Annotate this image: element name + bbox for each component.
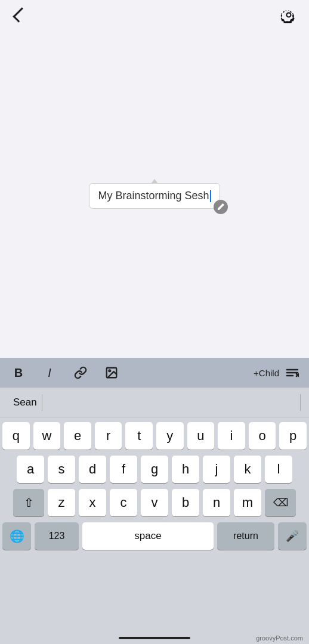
collapse-button[interactable] bbox=[284, 364, 301, 381]
key-l[interactable]: l bbox=[265, 456, 292, 483]
key-a[interactable]: a bbox=[17, 456, 44, 483]
canvas-area: My Brainstorming Sesh bbox=[0, 30, 309, 358]
key-d[interactable]: d bbox=[79, 456, 106, 483]
key-f[interactable]: f bbox=[110, 456, 137, 483]
delete-key[interactable]: ⌫ bbox=[265, 489, 296, 516]
node-text: My Brainstorming Sesh bbox=[98, 190, 209, 202]
italic-button[interactable]: I bbox=[39, 363, 60, 383]
key-y[interactable]: y bbox=[156, 422, 184, 450]
space-key[interactable]: space bbox=[82, 522, 214, 550]
prediction-divider-1 bbox=[42, 394, 42, 411]
watermark: groovyPost.com bbox=[256, 634, 303, 642]
key-o[interactable]: o bbox=[249, 422, 276, 450]
globe-key[interactable]: 🌐 bbox=[2, 522, 31, 550]
keys-area: q w e r t y u i o p a s d f g h j k l ⇧ … bbox=[0, 417, 309, 552]
settings-button[interactable] bbox=[278, 4, 299, 26]
key-n[interactable]: n bbox=[203, 489, 230, 516]
add-child-button[interactable]: +Child bbox=[254, 368, 279, 378]
key-row-1: q w e r t y u i o p bbox=[2, 422, 307, 450]
image-button[interactable] bbox=[101, 363, 122, 383]
bold-button[interactable]: B bbox=[8, 363, 29, 383]
toolbar-right: +Child bbox=[254, 364, 301, 381]
prediction-area: Sean bbox=[8, 388, 301, 417]
key-row-3: ⇧ z x c v b n m ⌫ bbox=[2, 489, 307, 516]
key-t[interactable]: t bbox=[125, 422, 153, 450]
return-key[interactable]: return bbox=[217, 522, 274, 550]
shift-key[interactable]: ⇧ bbox=[13, 489, 44, 516]
text-cursor bbox=[210, 190, 211, 202]
key-123[interactable]: 123 bbox=[35, 522, 79, 550]
key-j[interactable]: j bbox=[203, 456, 230, 483]
key-w[interactable]: w bbox=[33, 422, 61, 450]
prediction-divider-2 bbox=[300, 394, 301, 411]
key-s[interactable]: s bbox=[48, 456, 75, 483]
key-m[interactable]: m bbox=[234, 489, 261, 516]
key-z[interactable]: z bbox=[48, 489, 75, 516]
key-h[interactable]: h bbox=[172, 456, 199, 483]
home-indicator bbox=[119, 637, 190, 639]
key-i[interactable]: i bbox=[218, 422, 245, 450]
key-c[interactable]: c bbox=[110, 489, 137, 516]
svg-point-1 bbox=[109, 370, 110, 371]
key-p[interactable]: p bbox=[279, 422, 307, 450]
key-r[interactable]: r bbox=[95, 422, 122, 450]
key-k[interactable]: k bbox=[234, 456, 261, 483]
keyboard: Sean q w e r t y u i o p a s d f g h j bbox=[0, 388, 309, 644]
key-row-4: 🌐 123 space return 🎤 bbox=[2, 522, 307, 550]
key-g[interactable]: g bbox=[141, 456, 168, 483]
gear-icon bbox=[280, 7, 297, 23]
microphone-key[interactable]: 🎤 bbox=[278, 522, 307, 550]
formatting-toolbar: B I +Child bbox=[0, 358, 309, 388]
edit-icon bbox=[214, 200, 228, 214]
node-box[interactable]: My Brainstorming Sesh bbox=[89, 183, 220, 209]
prediction-bar: Sean bbox=[0, 388, 309, 417]
key-b[interactable]: b bbox=[172, 489, 199, 516]
key-row-2: a s d f g h j k l bbox=[2, 456, 307, 483]
key-e[interactable]: e bbox=[64, 422, 91, 450]
prediction-word[interactable]: Sean bbox=[8, 397, 42, 408]
key-u[interactable]: u bbox=[187, 422, 215, 450]
link-button[interactable] bbox=[70, 363, 91, 383]
top-bar bbox=[0, 0, 309, 30]
key-x[interactable]: x bbox=[79, 489, 106, 516]
node-container: My Brainstorming Sesh bbox=[89, 179, 220, 209]
key-q[interactable]: q bbox=[2, 422, 30, 450]
key-v[interactable]: v bbox=[141, 489, 168, 516]
back-icon bbox=[13, 7, 27, 22]
back-button[interactable] bbox=[10, 6, 27, 24]
